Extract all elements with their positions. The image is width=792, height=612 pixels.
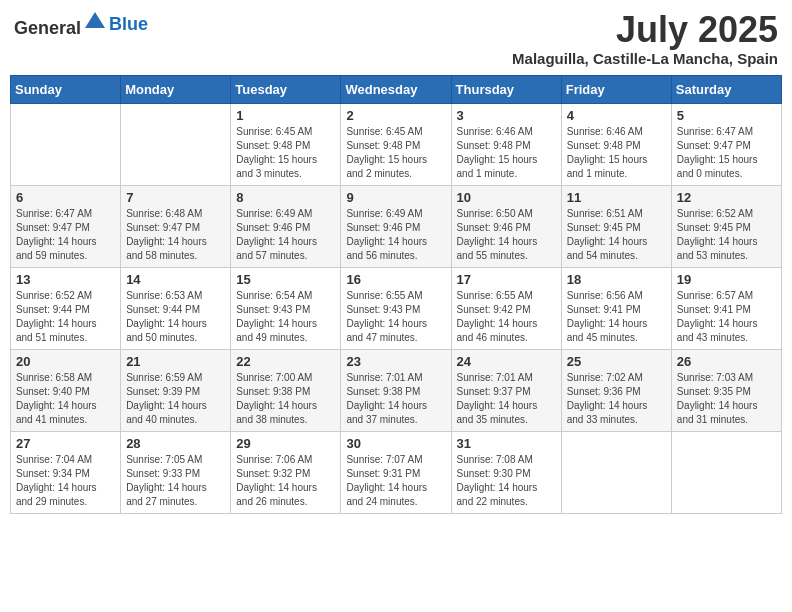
logo-general-text: General <box>14 18 81 38</box>
day-info: Sunrise: 6:55 AM Sunset: 9:42 PM Dayligh… <box>457 289 556 345</box>
day-info: Sunrise: 7:02 AM Sunset: 9:36 PM Dayligh… <box>567 371 666 427</box>
day-info: Sunrise: 7:05 AM Sunset: 9:33 PM Dayligh… <box>126 453 225 509</box>
weekday-header-wednesday: Wednesday <box>341 75 451 103</box>
calendar-cell: 20Sunrise: 6:58 AM Sunset: 9:40 PM Dayli… <box>11 349 121 431</box>
day-number: 10 <box>457 190 556 205</box>
calendar-cell: 8Sunrise: 6:49 AM Sunset: 9:46 PM Daylig… <box>231 185 341 267</box>
day-number: 11 <box>567 190 666 205</box>
day-number: 15 <box>236 272 335 287</box>
day-number: 18 <box>567 272 666 287</box>
week-row-1: 1Sunrise: 6:45 AM Sunset: 9:48 PM Daylig… <box>11 103 782 185</box>
month-title: July 2025 <box>512 10 778 50</box>
calendar-cell: 7Sunrise: 6:48 AM Sunset: 9:47 PM Daylig… <box>121 185 231 267</box>
day-number: 21 <box>126 354 225 369</box>
calendar-cell: 25Sunrise: 7:02 AM Sunset: 9:36 PM Dayli… <box>561 349 671 431</box>
calendar-cell: 27Sunrise: 7:04 AM Sunset: 9:34 PM Dayli… <box>11 431 121 513</box>
calendar-cell: 9Sunrise: 6:49 AM Sunset: 9:46 PM Daylig… <box>341 185 451 267</box>
calendar-cell: 4Sunrise: 6:46 AM Sunset: 9:48 PM Daylig… <box>561 103 671 185</box>
calendar-cell: 19Sunrise: 6:57 AM Sunset: 9:41 PM Dayli… <box>671 267 781 349</box>
calendar-cell: 12Sunrise: 6:52 AM Sunset: 9:45 PM Dayli… <box>671 185 781 267</box>
day-info: Sunrise: 6:49 AM Sunset: 9:46 PM Dayligh… <box>236 207 335 263</box>
header: General Blue July 2025 Malaguilla, Casti… <box>10 10 782 67</box>
day-number: 13 <box>16 272 115 287</box>
logo: General Blue <box>14 10 148 39</box>
calendar-cell: 23Sunrise: 7:01 AM Sunset: 9:38 PM Dayli… <box>341 349 451 431</box>
day-info: Sunrise: 6:58 AM Sunset: 9:40 PM Dayligh… <box>16 371 115 427</box>
day-number: 3 <box>457 108 556 123</box>
day-info: Sunrise: 6:45 AM Sunset: 9:48 PM Dayligh… <box>346 125 445 181</box>
day-info: Sunrise: 6:46 AM Sunset: 9:48 PM Dayligh… <box>457 125 556 181</box>
calendar-cell: 15Sunrise: 6:54 AM Sunset: 9:43 PM Dayli… <box>231 267 341 349</box>
calendar-cell: 6Sunrise: 6:47 AM Sunset: 9:47 PM Daylig… <box>11 185 121 267</box>
day-number: 16 <box>346 272 445 287</box>
weekday-header-tuesday: Tuesday <box>231 75 341 103</box>
calendar-cell: 5Sunrise: 6:47 AM Sunset: 9:47 PM Daylig… <box>671 103 781 185</box>
calendar-cell <box>561 431 671 513</box>
calendar-cell <box>671 431 781 513</box>
calendar-cell <box>121 103 231 185</box>
day-info: Sunrise: 7:08 AM Sunset: 9:30 PM Dayligh… <box>457 453 556 509</box>
week-row-5: 27Sunrise: 7:04 AM Sunset: 9:34 PM Dayli… <box>11 431 782 513</box>
day-info: Sunrise: 6:45 AM Sunset: 9:48 PM Dayligh… <box>236 125 335 181</box>
day-number: 25 <box>567 354 666 369</box>
calendar-cell: 31Sunrise: 7:08 AM Sunset: 9:30 PM Dayli… <box>451 431 561 513</box>
day-info: Sunrise: 7:01 AM Sunset: 9:38 PM Dayligh… <box>346 371 445 427</box>
day-number: 29 <box>236 436 335 451</box>
calendar-cell: 11Sunrise: 6:51 AM Sunset: 9:45 PM Dayli… <box>561 185 671 267</box>
title-area: July 2025 Malaguilla, Castille-La Mancha… <box>512 10 778 67</box>
day-number: 2 <box>346 108 445 123</box>
day-number: 23 <box>346 354 445 369</box>
weekday-header-saturday: Saturday <box>671 75 781 103</box>
day-number: 22 <box>236 354 335 369</box>
logo-icon <box>83 10 107 34</box>
calendar-cell: 22Sunrise: 7:00 AM Sunset: 9:38 PM Dayli… <box>231 349 341 431</box>
week-row-3: 13Sunrise: 6:52 AM Sunset: 9:44 PM Dayli… <box>11 267 782 349</box>
weekday-header-sunday: Sunday <box>11 75 121 103</box>
day-info: Sunrise: 6:59 AM Sunset: 9:39 PM Dayligh… <box>126 371 225 427</box>
calendar-cell: 2Sunrise: 6:45 AM Sunset: 9:48 PM Daylig… <box>341 103 451 185</box>
weekday-header-friday: Friday <box>561 75 671 103</box>
day-number: 30 <box>346 436 445 451</box>
day-number: 20 <box>16 354 115 369</box>
day-info: Sunrise: 6:51 AM Sunset: 9:45 PM Dayligh… <box>567 207 666 263</box>
logo-blue-text: Blue <box>109 14 148 34</box>
calendar-cell: 26Sunrise: 7:03 AM Sunset: 9:35 PM Dayli… <box>671 349 781 431</box>
weekday-header-monday: Monday <box>121 75 231 103</box>
weekday-header-row: SundayMondayTuesdayWednesdayThursdayFrid… <box>11 75 782 103</box>
calendar-cell: 10Sunrise: 6:50 AM Sunset: 9:46 PM Dayli… <box>451 185 561 267</box>
day-info: Sunrise: 6:55 AM Sunset: 9:43 PM Dayligh… <box>346 289 445 345</box>
day-info: Sunrise: 6:52 AM Sunset: 9:44 PM Dayligh… <box>16 289 115 345</box>
calendar-cell: 16Sunrise: 6:55 AM Sunset: 9:43 PM Dayli… <box>341 267 451 349</box>
day-number: 1 <box>236 108 335 123</box>
day-number: 12 <box>677 190 776 205</box>
week-row-4: 20Sunrise: 6:58 AM Sunset: 9:40 PM Dayli… <box>11 349 782 431</box>
svg-marker-0 <box>85 12 105 28</box>
day-info: Sunrise: 7:00 AM Sunset: 9:38 PM Dayligh… <box>236 371 335 427</box>
calendar-cell: 30Sunrise: 7:07 AM Sunset: 9:31 PM Dayli… <box>341 431 451 513</box>
day-number: 8 <box>236 190 335 205</box>
day-number: 5 <box>677 108 776 123</box>
week-row-2: 6Sunrise: 6:47 AM Sunset: 9:47 PM Daylig… <box>11 185 782 267</box>
day-info: Sunrise: 6:49 AM Sunset: 9:46 PM Dayligh… <box>346 207 445 263</box>
day-number: 6 <box>16 190 115 205</box>
day-info: Sunrise: 7:07 AM Sunset: 9:31 PM Dayligh… <box>346 453 445 509</box>
calendar-cell: 17Sunrise: 6:55 AM Sunset: 9:42 PM Dayli… <box>451 267 561 349</box>
day-number: 31 <box>457 436 556 451</box>
day-info: Sunrise: 7:03 AM Sunset: 9:35 PM Dayligh… <box>677 371 776 427</box>
day-info: Sunrise: 7:06 AM Sunset: 9:32 PM Dayligh… <box>236 453 335 509</box>
day-info: Sunrise: 6:53 AM Sunset: 9:44 PM Dayligh… <box>126 289 225 345</box>
weekday-header-thursday: Thursday <box>451 75 561 103</box>
location-title: Malaguilla, Castille-La Mancha, Spain <box>512 50 778 67</box>
day-number: 4 <box>567 108 666 123</box>
day-info: Sunrise: 6:54 AM Sunset: 9:43 PM Dayligh… <box>236 289 335 345</box>
day-number: 19 <box>677 272 776 287</box>
day-info: Sunrise: 6:48 AM Sunset: 9:47 PM Dayligh… <box>126 207 225 263</box>
day-info: Sunrise: 6:47 AM Sunset: 9:47 PM Dayligh… <box>677 125 776 181</box>
calendar-cell: 3Sunrise: 6:46 AM Sunset: 9:48 PM Daylig… <box>451 103 561 185</box>
calendar-cell <box>11 103 121 185</box>
calendar-cell: 1Sunrise: 6:45 AM Sunset: 9:48 PM Daylig… <box>231 103 341 185</box>
calendar-cell: 13Sunrise: 6:52 AM Sunset: 9:44 PM Dayli… <box>11 267 121 349</box>
day-info: Sunrise: 6:57 AM Sunset: 9:41 PM Dayligh… <box>677 289 776 345</box>
day-number: 28 <box>126 436 225 451</box>
calendar-cell: 24Sunrise: 7:01 AM Sunset: 9:37 PM Dayli… <box>451 349 561 431</box>
